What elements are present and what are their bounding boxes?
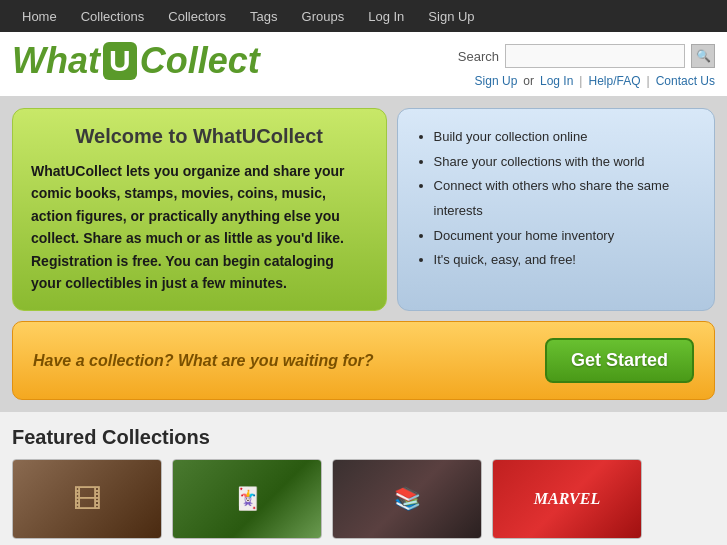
sub-links: Sign Up or Log In | Help/FAQ | Contact U… — [475, 74, 715, 88]
feature-item: Connect with others who share the same i… — [434, 174, 696, 223]
search-row: Search 🔍 — [458, 44, 715, 68]
separator-2: | — [647, 74, 650, 88]
header-right: Search 🔍 Sign Up or Log In | Help/FAQ | … — [458, 40, 715, 88]
help-link[interactable]: Help/FAQ — [588, 74, 640, 88]
featured-thumb-film[interactable]: 🎞 — [12, 459, 162, 539]
signup-link[interactable]: Sign Up — [475, 74, 518, 88]
search-button[interactable]: 🔍 — [691, 44, 715, 68]
featured-thumb-marvel[interactable]: MARVEL — [492, 459, 642, 539]
nav-item-collections[interactable]: Collections — [69, 0, 157, 32]
nav-item-login[interactable]: Log In — [356, 0, 416, 32]
search-label: Search — [458, 49, 499, 64]
site-header: What U Collect Search 🔍 Sign Up or Log I… — [0, 32, 727, 96]
nav-item-tags[interactable]: Tags — [238, 0, 289, 32]
feature-item: Share your collections with the world — [434, 150, 696, 175]
main-content: Welcome to WhatUCollect WhatUCollect let… — [0, 96, 727, 412]
featured-grid: 🎞 🃏 📚 MARVEL — [12, 459, 715, 539]
featured-thumb-shelves[interactable]: 📚 — [332, 459, 482, 539]
welcome-box: Welcome to WhatUCollect WhatUCollect let… — [12, 108, 387, 311]
cta-text: Have a collection? What are you waiting … — [33, 352, 374, 370]
get-started-button[interactable]: Get Started — [545, 338, 694, 383]
cta-banner: Have a collection? What are you waiting … — [12, 321, 715, 400]
login-link[interactable]: Log In — [540, 74, 573, 88]
feature-item: Build your collection online — [434, 125, 696, 150]
features-list: Build your collection onlineShare your c… — [416, 125, 696, 273]
featured-thumb-cards[interactable]: 🃏 — [172, 459, 322, 539]
site-logo: What U Collect — [12, 40, 260, 82]
logo-u: U — [103, 42, 137, 80]
nav-item-collectors[interactable]: Collectors — [156, 0, 238, 32]
features-box: Build your collection onlineShare your c… — [397, 108, 715, 311]
nav-item-signup[interactable]: Sign Up — [416, 0, 486, 32]
search-icon: 🔍 — [696, 49, 711, 63]
thumb-film-icon: 🎞 — [13, 460, 161, 538]
logo-collect: Collect — [140, 40, 260, 82]
feature-item: Document your home inventory — [434, 224, 696, 249]
nav-item-groups[interactable]: Groups — [290, 0, 357, 32]
welcome-row: Welcome to WhatUCollect WhatUCollect let… — [12, 108, 715, 311]
top-navigation: Home Collections Collectors Tags Groups … — [0, 0, 727, 32]
thumb-shelves-icon: 📚 — [333, 460, 481, 538]
welcome-title: Welcome to WhatUCollect — [31, 125, 368, 148]
thumb-cards-icon: 🃏 — [173, 460, 321, 538]
search-input[interactable] — [505, 44, 685, 68]
feature-item: It's quick, easy, and free! — [434, 248, 696, 273]
or-text: or — [523, 74, 534, 88]
featured-title: Featured Collections — [12, 426, 715, 449]
separator-1: | — [579, 74, 582, 88]
logo-what: What — [12, 40, 100, 82]
thumb-marvel-text: MARVEL — [493, 460, 641, 538]
nav-item-home[interactable]: Home — [10, 0, 69, 32]
featured-section: Featured Collections 🎞 🃏 📚 MARVEL — [0, 412, 727, 545]
welcome-body: WhatUCollect lets you organize and share… — [31, 160, 368, 294]
contact-link[interactable]: Contact Us — [656, 74, 715, 88]
